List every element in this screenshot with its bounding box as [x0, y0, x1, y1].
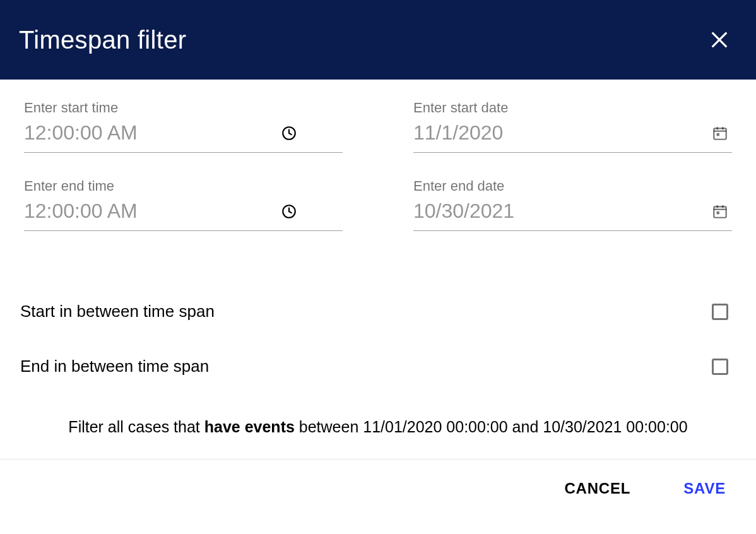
start-date-input[interactable] [413, 121, 708, 145]
end-time-label: Enter end time [24, 178, 343, 194]
end-in-between-label: End in between time span [20, 357, 209, 376]
start-date-label: Enter start date [413, 100, 732, 116]
end-date-field: Enter end date [413, 178, 732, 231]
end-time-input[interactable] [24, 199, 277, 223]
start-in-between-label: Start in between time span [20, 302, 215, 321]
start-time-label: Enter start time [24, 100, 343, 116]
start-in-between-row: Start in between time span [24, 284, 732, 339]
end-time-picker-button[interactable] [277, 203, 301, 220]
dialog-footer: CANCEL SAVE [0, 459, 756, 518]
svg-rect-2 [717, 133, 719, 136]
svg-rect-5 [717, 211, 719, 214]
filter-summary: Filter all cases that have events betwee… [24, 418, 732, 459]
start-time-input[interactable] [24, 121, 277, 145]
cancel-button[interactable]: CANCEL [560, 477, 634, 500]
start-date-field: Enter start date [413, 100, 732, 153]
dialog-title: Timespan filter [19, 26, 186, 54]
start-time-field: Enter start time [24, 100, 343, 153]
calendar-icon [712, 125, 728, 141]
save-button[interactable]: SAVE [680, 477, 729, 500]
start-in-between-checkbox[interactable] [712, 304, 728, 320]
svg-rect-1 [714, 128, 726, 139]
end-date-label: Enter end date [413, 178, 732, 194]
summary-prefix: Filter all cases that [68, 418, 204, 436]
timespan-filter-dialog: Timespan filter Enter start time [0, 0, 756, 518]
end-in-between-row: End in between time span [24, 339, 732, 394]
start-time-picker-button[interactable] [277, 125, 301, 141]
dialog-header: Timespan filter [0, 0, 756, 80]
calendar-icon [712, 203, 728, 220]
end-date-picker-button[interactable] [708, 203, 732, 220]
start-date-picker-button[interactable] [708, 125, 732, 141]
summary-suffix: between 11/01/2020 00:00:00 and 10/30/20… [295, 418, 688, 436]
clock-icon [281, 203, 297, 220]
close-button[interactable] [704, 25, 735, 55]
close-icon [709, 29, 730, 50]
end-in-between-checkbox[interactable] [712, 359, 728, 375]
fields-grid: Enter start time Enter start date [24, 100, 732, 231]
clock-icon [281, 125, 297, 141]
end-date-input[interactable] [413, 199, 708, 223]
options-section: Start in between time span End in betwee… [24, 284, 732, 394]
dialog-body: Enter start time Enter start date [0, 80, 756, 459]
svg-rect-4 [714, 206, 726, 217]
end-time-field: Enter end time [24, 178, 343, 231]
summary-bold: have events [204, 418, 295, 436]
